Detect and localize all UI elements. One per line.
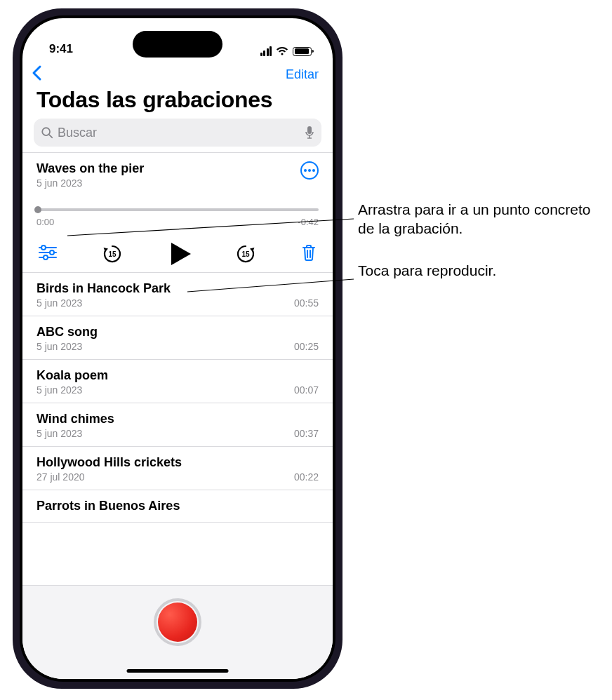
- sliders-icon: [38, 245, 58, 260]
- svg-point-0: [42, 128, 50, 135]
- skip-back-15-button[interactable]: 15: [102, 243, 123, 264]
- svg-point-11: [41, 245, 46, 250]
- phone-bezel: 9:41: [20, 15, 335, 682]
- phone-frame: 9:41: [13, 8, 342, 689]
- remaining-time: -0:42: [298, 217, 319, 227]
- svg-rect-2: [307, 126, 312, 134]
- svg-point-7: [312, 169, 315, 172]
- recording-title: Waves on the pier: [36, 161, 144, 176]
- recording-title: Birds in Hancock Park: [36, 281, 171, 296]
- svg-point-13: [44, 255, 48, 260]
- recording-item[interactable]: Parrots in Buenos Aires: [22, 490, 333, 523]
- page-title: Todas las grabaciones: [22, 86, 333, 119]
- playback-settings-button[interactable]: [38, 245, 58, 263]
- wifi-icon: [276, 46, 288, 56]
- record-button[interactable]: [154, 598, 201, 646]
- search-icon: [41, 126, 53, 139]
- annotation-play: Toca para reproducir.: [358, 261, 604, 280]
- skip-back-amount: 15: [108, 250, 116, 258]
- recording-item[interactable]: ABC song5 jun 202300:25: [22, 316, 333, 360]
- svg-line-1: [49, 135, 52, 137]
- back-button[interactable]: [31, 65, 44, 84]
- record-icon: [158, 603, 197, 642]
- recording-duration: 00:07: [294, 384, 319, 396]
- recording-title: Wind chimes: [36, 412, 114, 426]
- screen: 9:41: [22, 18, 333, 679]
- recording-date: 5 jun 2023: [36, 297, 82, 309]
- nav-bar: Editar: [22, 59, 333, 86]
- recording-item[interactable]: Wind chimes5 jun 202300:37: [22, 403, 333, 447]
- mic-icon[interactable]: [305, 126, 314, 140]
- play-button[interactable]: [171, 243, 191, 265]
- annotation-scrub: Arrastra para ir a un punto concreto de …: [358, 200, 604, 238]
- search-field[interactable]: Buscar: [34, 119, 321, 147]
- recording-title: Hollywood Hills crickets: [36, 455, 182, 470]
- cellular-signal-icon: [260, 46, 272, 56]
- recording-item[interactable]: Koala poem5 jun 202300:07: [22, 360, 333, 403]
- recording-duration: 00:22: [294, 471, 319, 483]
- recording-duration: 00:25: [294, 341, 319, 352]
- svg-point-5: [304, 169, 307, 172]
- scrubber[interactable]: [36, 208, 319, 211]
- home-indicator[interactable]: [127, 669, 229, 673]
- recording-date: 5 jun 2023: [36, 177, 144, 189]
- search-placeholder: Buscar: [58, 126, 97, 140]
- recording-date: 27 jul 2020: [36, 471, 85, 483]
- recording-duration: 00:55: [294, 297, 319, 309]
- recording-date: 5 jun 2023: [36, 428, 82, 439]
- dynamic-island: [133, 31, 222, 58]
- svg-point-12: [50, 250, 54, 255]
- ellipsis-icon: [304, 169, 315, 172]
- record-bar: [22, 585, 333, 679]
- recording-title: Koala poem: [36, 368, 108, 383]
- recording-title: ABC song: [36, 325, 98, 339]
- chevron-left-icon: [31, 65, 44, 81]
- skip-forward-amount: 15: [241, 250, 249, 258]
- elapsed-time: 0:00: [36, 217, 54, 227]
- recording-date: 5 jun 2023: [36, 384, 82, 396]
- recording-duration: 00:37: [294, 428, 319, 439]
- svg-marker-14: [104, 248, 109, 252]
- scrubber-knob[interactable]: [34, 206, 41, 213]
- svg-marker-15: [250, 248, 255, 252]
- skip-forward-15-button[interactable]: 15: [235, 243, 256, 264]
- status-time: 9:41: [49, 42, 73, 56]
- trash-icon: [300, 243, 317, 262]
- edit-button[interactable]: Editar: [286, 67, 319, 82]
- recording-title: Parrots in Buenos Aires: [36, 499, 180, 513]
- recording-date: 5 jun 2023: [36, 341, 82, 352]
- annotation-block: Arrastra para ir a un punto concreto de …: [358, 200, 604, 302]
- battery-icon: [293, 47, 312, 56]
- recording-item[interactable]: Birds in Hancock Park5 jun 202300:55: [22, 273, 333, 316]
- more-options-button[interactable]: [300, 161, 319, 180]
- recordings-list: Waves on the pier 5 jun 2023 0:: [22, 152, 333, 523]
- status-right: [260, 46, 312, 56]
- recording-item[interactable]: Hollywood Hills crickets27 jul 202000:22: [22, 447, 333, 490]
- svg-point-6: [308, 169, 311, 172]
- delete-button[interactable]: [300, 243, 317, 264]
- recording-expanded[interactable]: Waves on the pier 5 jun 2023 0:: [22, 153, 333, 273]
